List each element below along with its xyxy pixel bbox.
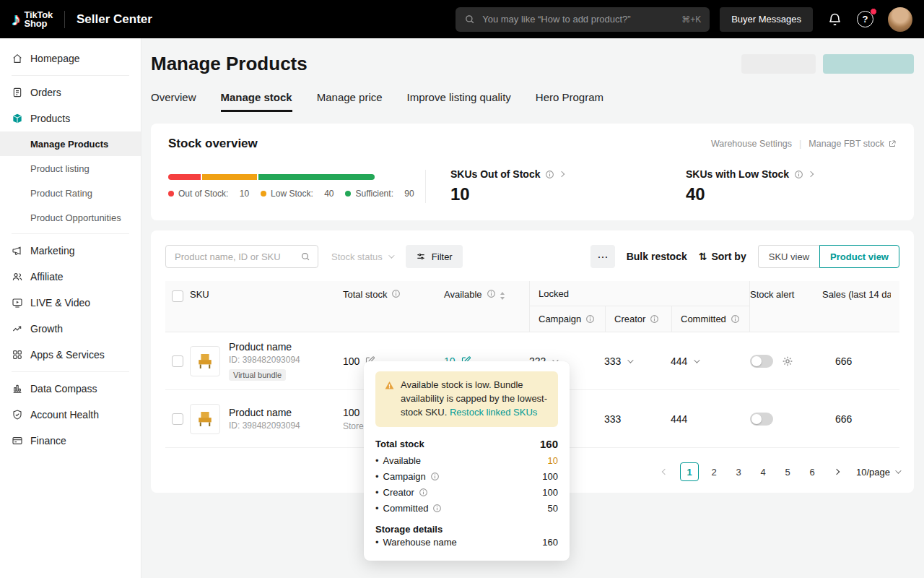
header-secondary-action-placeholder[interactable]: [741, 54, 816, 74]
stock-status-dropdown[interactable]: Stock status: [327, 251, 397, 262]
sidebar-item-homepage[interactable]: Homepage: [0, 46, 141, 72]
more-actions-button[interactable]: ⋯: [590, 245, 615, 268]
app-name: Seller Center: [77, 12, 152, 27]
pagination-page-5[interactable]: 5: [778, 462, 797, 481]
info-icon[interactable]: [650, 314, 659, 324]
product-search-input[interactable]: [173, 251, 295, 263]
growth-icon: [12, 323, 23, 335]
popover-warehouse-row: •Warehouse name 160: [375, 535, 558, 551]
pagination-page-3[interactable]: 3: [729, 462, 748, 481]
product-thumbnail: [190, 346, 220, 376]
pagination-prev-button[interactable]: [655, 462, 674, 481]
sales-cell: 666: [822, 355, 899, 367]
tiktok-shop-logo[interactable]: ♪ TikTok Shop: [12, 10, 53, 28]
wallet-icon: [12, 435, 23, 447]
page-size-select[interactable]: 10/page: [856, 467, 899, 478]
link-separator: |: [799, 139, 801, 149]
sidebar-item-live-video[interactable]: LIVE & Video: [0, 290, 141, 316]
notifications-bell-icon[interactable]: [827, 12, 842, 27]
table-toolbar: Stock status Filter ⋯ Bulk restock ⇅ Sor…: [165, 245, 899, 268]
manage-fbt-stock-link[interactable]: Manage FBT stock: [808, 139, 897, 149]
creator-cell[interactable]: 333: [604, 355, 671, 367]
stock-alert-toggle[interactable]: [750, 413, 773, 426]
sidebar-subitem-product-rating[interactable]: Product Rating: [0, 181, 141, 205]
restock-linked-skus-link[interactable]: Restock linked SKUs: [450, 407, 537, 418]
sidebar-item-affiliate[interactable]: Affiliate: [0, 264, 141, 290]
sidebar-item-products[interactable]: Products: [0, 105, 141, 131]
info-icon[interactable]: [391, 289, 401, 298]
product-search-box[interactable]: [165, 245, 318, 268]
tab-improve-listing-quality[interactable]: Improve listing quality: [407, 91, 511, 112]
stock-alert-toggle[interactable]: [750, 355, 773, 368]
sidebar-item-account-health[interactable]: Account Health: [0, 402, 141, 428]
sidebar-subitem-product-listing[interactable]: Product listing: [0, 156, 141, 181]
sort-toggle[interactable]: [500, 292, 505, 300]
topbar: ♪ TikTok Shop Seller Center ⌘+K Buyer Me…: [0, 0, 924, 38]
info-icon[interactable]: [545, 170, 554, 179]
buyer-messages-button[interactable]: Buyer Messages: [720, 7, 813, 32]
sidebar-item-growth[interactable]: Growth: [0, 316, 141, 342]
storage-details-title: Storage details: [375, 524, 558, 535]
committed-cell[interactable]: 444: [671, 355, 750, 367]
product-view-button[interactable]: Product view: [819, 245, 899, 268]
global-search[interactable]: ⌘+K: [456, 7, 710, 32]
filter-button[interactable]: Filter: [406, 245, 463, 268]
megaphone-icon: [12, 245, 23, 256]
row-checkbox[interactable]: [172, 413, 183, 425]
header-creator: Creator: [605, 306, 671, 332]
info-icon[interactable]: [430, 472, 440, 481]
gear-icon[interactable]: [782, 355, 793, 367]
stock-detail-popover: Available stock is low. Bundle availabil…: [364, 361, 570, 561]
pagination-page-2[interactable]: 2: [705, 462, 723, 481]
apps-grid-icon: [12, 349, 23, 361]
page-title: Manage Products: [151, 53, 308, 75]
sidebar-item-apps-services[interactable]: Apps & Services: [0, 342, 141, 368]
help-icon[interactable]: ?: [857, 11, 873, 27]
select-all-checkbox[interactable]: [172, 290, 183, 302]
topbar-divider: [64, 11, 65, 28]
stat-skus-low-stock[interactable]: SKUs with Low Stock 40: [661, 168, 897, 204]
tab-overview[interactable]: Overview: [151, 91, 196, 112]
product-name[interactable]: Product name: [229, 407, 300, 418]
info-icon[interactable]: [432, 504, 442, 513]
bulk-restock-button[interactable]: Bulk restock: [627, 251, 687, 262]
sidebar-item-orders[interactable]: Orders: [0, 79, 141, 105]
info-icon[interactable]: [731, 314, 740, 324]
header-primary-action-placeholder[interactable]: [823, 54, 914, 74]
row-checkbox[interactable]: [172, 355, 183, 367]
sidebar-subitem-manage-products[interactable]: Manage Products: [0, 131, 141, 156]
committed-cell[interactable]: 444: [671, 413, 750, 425]
warehouse-settings-link[interactable]: Warehouse Settings: [711, 139, 792, 149]
sku-view-button[interactable]: SKU view: [758, 245, 819, 268]
sidebar-item-marketing[interactable]: Marketing: [0, 238, 141, 264]
info-icon[interactable]: [794, 170, 803, 179]
pagination-page-6[interactable]: 6: [803, 462, 821, 481]
stat-skus-out-of-stock[interactable]: SKUs Out of Stock 10: [426, 168, 661, 204]
header-sales: Sales (last 14 days): [822, 281, 899, 332]
tab-manage-stock[interactable]: Manage stock: [221, 91, 292, 112]
pagination-next-button[interactable]: [827, 462, 846, 481]
info-icon[interactable]: [487, 289, 496, 298]
tab-manage-price[interactable]: Manage price: [317, 91, 383, 112]
orders-icon: [12, 87, 23, 98]
account-avatar[interactable]: [888, 7, 912, 32]
info-icon[interactable]: [585, 314, 595, 324]
chair-image: [194, 350, 216, 372]
chair-image: [194, 408, 216, 430]
chevron-down-icon: [388, 252, 394, 258]
sidebar-item-finance[interactable]: Finance: [0, 428, 141, 454]
creator-cell[interactable]: 333: [604, 413, 671, 425]
info-icon[interactable]: [419, 488, 428, 497]
product-name[interactable]: Product name: [229, 341, 300, 353]
pagination-page-4[interactable]: 4: [754, 462, 772, 481]
logo-text: TikTok Shop: [25, 11, 53, 28]
sort-by-button[interactable]: ⇅ Sort by: [699, 251, 746, 262]
stat-value: 40: [686, 184, 897, 204]
stat-value: 10: [450, 184, 661, 204]
tab-hero-program[interactable]: Hero Program: [536, 91, 603, 112]
sidebar-subitem-product-opportunities[interactable]: Product Opportunities: [0, 205, 141, 230]
sidebar-item-data-compass[interactable]: Data Compass: [0, 376, 141, 402]
global-search-input[interactable]: [481, 13, 676, 25]
header-committed: Committed: [671, 306, 751, 332]
pagination-page-1[interactable]: 1: [680, 462, 699, 481]
